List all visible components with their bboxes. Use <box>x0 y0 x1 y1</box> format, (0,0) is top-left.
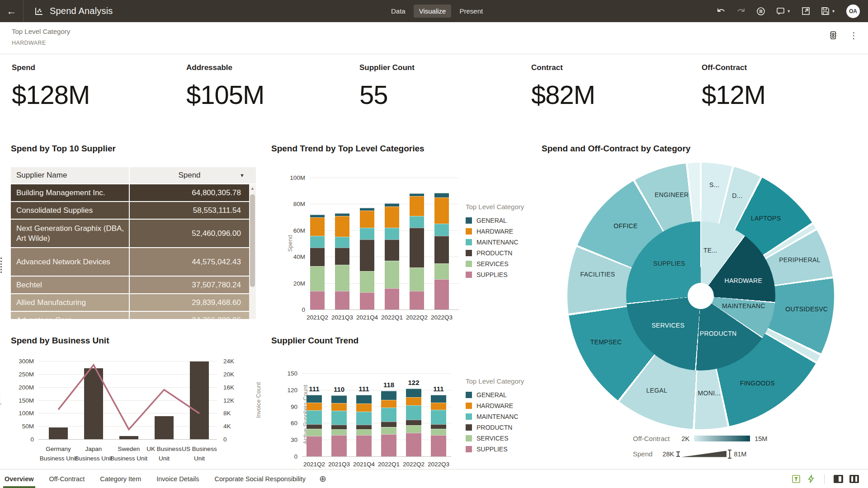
bar-segment-services[interactable] <box>406 425 421 433</box>
bar-segment-services[interactable] <box>331 429 347 435</box>
tab-visualize[interactable]: Visualize <box>414 5 452 18</box>
table-row[interactable]: Allied Manufacturing29,839,468.60 <box>11 294 256 312</box>
bar-segment-hardware[interactable] <box>381 400 396 408</box>
bar-segment-services[interactable] <box>360 271 374 292</box>
legend-item-general[interactable]: GENERAL <box>466 215 524 226</box>
bar-segment-supplies[interactable] <box>307 436 322 456</box>
bar-segment-supplies[interactable] <box>331 435 347 456</box>
bar-segment-hardware[interactable] <box>307 403 322 410</box>
legend-item-hardware[interactable]: HARDWARE <box>466 226 524 237</box>
legend-item-services[interactable]: SERVICES <box>466 433 524 444</box>
panel-splitter-grip[interactable] <box>0 258 2 273</box>
filter-value[interactable]: HARDWARE <box>12 40 46 46</box>
kpi-tile[interactable]: Addressable$105M <box>186 63 264 110</box>
kpi-tile[interactable]: Contract$82M <box>531 63 595 110</box>
bar-segment-hardware[interactable] <box>360 211 374 228</box>
limit-values-icon[interactable] <box>829 30 838 40</box>
stacked-bar[interactable] <box>385 203 399 310</box>
stacked-bar[interactable] <box>434 193 449 310</box>
bar-segment-maintenanc[interactable] <box>310 236 325 248</box>
user-avatar[interactable]: OA <box>846 5 860 18</box>
back-button[interactable]: ← <box>0 0 24 22</box>
stacked-bar[interactable] <box>381 391 396 456</box>
column-header-supplier-name[interactable]: Supplier Name <box>11 171 129 180</box>
bar-segment-productn[interactable] <box>335 248 349 265</box>
bar-segment-productn[interactable] <box>381 422 396 427</box>
bar-segment-services[interactable] <box>385 261 399 288</box>
kpi-tile[interactable]: Spend$128M <box>12 63 90 110</box>
stacked-bar[interactable] <box>310 215 325 310</box>
stacked-bar[interactable] <box>431 395 446 456</box>
legend-item-services[interactable]: SERVICES <box>466 258 524 269</box>
canvas-tab-invoice-details[interactable]: Invoice Details <box>156 469 199 488</box>
sort-descending-icon[interactable]: ▼ <box>240 173 245 178</box>
canvas-tab-off-contract[interactable]: Off-Contract <box>49 469 85 488</box>
bar-segment-supplies[interactable] <box>385 288 399 310</box>
bar-segment-productn[interactable] <box>331 425 347 429</box>
bar-segment-maintenanc[interactable] <box>431 410 446 424</box>
table-row[interactable]: Next Generation Graphix (DBA, Art Wilde)… <box>11 220 256 248</box>
bar-segment-maintenanc[interactable] <box>356 412 372 425</box>
bar-segment-maintenanc[interactable] <box>406 405 421 420</box>
bar-segment-general[interactable] <box>406 389 421 397</box>
bar-segment-services[interactable] <box>356 429 372 435</box>
legend-item-productn[interactable]: PRODUCTN <box>466 248 524 258</box>
table-row[interactable]: Advanced Network Devices44,575,042.43 <box>11 248 256 277</box>
legend-item-hardware[interactable]: HARDWARE <box>466 400 524 411</box>
auto-apply-icon[interactable] <box>807 474 815 483</box>
bar-segment-maintenanc[interactable] <box>331 411 347 425</box>
bar-segment-hardware[interactable] <box>335 216 349 237</box>
bar-segment-hardware[interactable] <box>434 197 449 224</box>
bar-segment-productn[interactable] <box>310 248 325 266</box>
bar-segment-supplies[interactable] <box>356 435 372 456</box>
stacked-bar[interactable] <box>406 389 421 456</box>
legend-item-general[interactable]: GENERAL <box>466 389 524 400</box>
table-row[interactable]: Bechtel37,507,780.24 <box>11 277 256 294</box>
table-row[interactable]: Building Management Inc.64,800,305.78 <box>11 184 256 202</box>
bar-segment-hardware[interactable] <box>310 217 325 236</box>
bar-segment-productn[interactable] <box>360 239 374 271</box>
legend-item-supplies[interactable]: SUPPLIES <box>466 269 524 280</box>
stacked-bar[interactable] <box>335 213 349 310</box>
stacked-bar[interactable] <box>410 193 424 310</box>
undo-button[interactable] <box>717 7 726 15</box>
table-scrollbar[interactable]: ▲ <box>249 184 256 319</box>
bar-segment-hardware[interactable] <box>410 196 424 216</box>
tab-present[interactable]: Present <box>454 5 488 18</box>
bar-segment-maintenanc[interactable] <box>335 237 349 247</box>
bar-segment-productn[interactable] <box>307 424 322 429</box>
invoice-count-line[interactable] <box>38 361 217 439</box>
bar-segment-hardware[interactable] <box>406 397 421 405</box>
table-row[interactable]: Advantage Corp24,766,280.06 <box>11 312 256 319</box>
bar-segment-productn[interactable] <box>356 425 372 429</box>
bar-segment-productn[interactable] <box>410 228 424 267</box>
toggle-left-panel-icon[interactable] <box>834 475 843 483</box>
bar-segment-productn[interactable] <box>434 236 449 263</box>
bar-segment-supplies[interactable] <box>410 291 424 310</box>
kpi-tile[interactable]: Supplier Count55 <box>359 63 415 110</box>
bar-segment-supplies[interactable] <box>381 434 396 456</box>
stacked-bar[interactable] <box>331 395 347 456</box>
column-header-spend[interactable]: Spend▼ <box>129 167 249 183</box>
export-button[interactable] <box>802 7 810 15</box>
legend-item-maintenanc[interactable]: MAINTENANC <box>466 237 524 248</box>
refresh-data-icon[interactable] <box>756 7 765 16</box>
bar-segment-general[interactable] <box>434 193 449 197</box>
stacked-bar[interactable] <box>356 395 372 456</box>
bar-segment-maintenanc[interactable] <box>385 228 399 239</box>
canvas-tab-overview[interactable]: Overview <box>5 469 34 488</box>
bar-segment-general[interactable] <box>331 395 347 403</box>
scroll-up-icon[interactable]: ▲ <box>249 184 256 192</box>
bar-segment-supplies[interactable] <box>431 435 446 456</box>
bar-segment-general[interactable] <box>381 391 396 400</box>
legend-item-supplies[interactable]: SUPPLIES <box>466 444 524 455</box>
bar-segment-maintenanc[interactable] <box>307 410 322 424</box>
redo-button[interactable] <box>736 7 745 15</box>
filter-name[interactable]: Top Level Category <box>12 28 70 35</box>
bar-segment-general[interactable] <box>307 395 322 403</box>
filter-menu-icon[interactable]: ⋮ <box>849 31 858 40</box>
bar-segment-hardware[interactable] <box>356 404 372 411</box>
bar-segment-services[interactable] <box>410 267 424 291</box>
bar-segment-hardware[interactable] <box>385 206 399 228</box>
bar-segment-supplies[interactable] <box>360 292 374 310</box>
